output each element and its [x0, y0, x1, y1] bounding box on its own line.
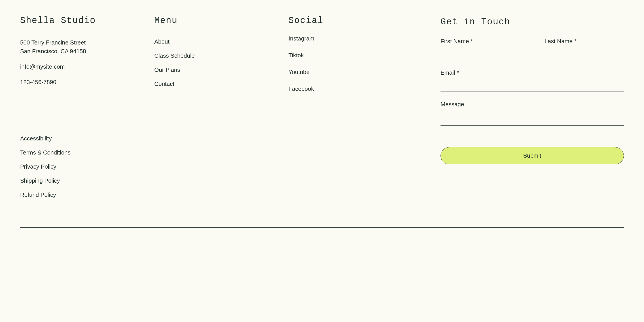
contact-block: info@mysite.com 123-456-7890	[20, 62, 154, 93]
small-divider	[20, 111, 34, 111]
menu-list: About Class Schedule Our Plans Contact	[154, 38, 288, 88]
form-row-names: First Name * Last Name *	[440, 38, 624, 60]
message-field-container: Message	[440, 101, 624, 126]
social-link-youtube[interactable]: Youtube	[288, 69, 358, 76]
phone-link[interactable]: 123-456-7890	[20, 78, 154, 86]
email-link[interactable]: info@mysite.com	[20, 62, 154, 71]
address-line-1: 500 Terry Francine Street	[20, 38, 154, 47]
social-link-facebook[interactable]: Facebook	[288, 86, 358, 92]
social-link-instagram[interactable]: Instagram	[288, 35, 358, 42]
menu-link-about[interactable]: About	[154, 38, 288, 45]
policy-link-refund[interactable]: Refund Policy	[20, 192, 154, 198]
menu-link-plans[interactable]: Our Plans	[154, 66, 288, 73]
brand-name: Shella Studio	[20, 16, 154, 26]
first-name-input[interactable]	[440, 49, 520, 60]
social-list: Instagram Tiktok Youtube Facebook	[288, 35, 358, 92]
message-input[interactable]	[440, 112, 624, 126]
menu-column: Menu About Class Schedule Our Plans Cont…	[154, 16, 288, 198]
menu-link-schedule[interactable]: Class Schedule	[154, 52, 288, 59]
address-line-2: San Francisco, CA 94158	[20, 47, 154, 56]
social-column: Social Instagram Tiktok Youtube Facebook	[288, 16, 371, 198]
address-block: 500 Terry Francine Street San Francisco,…	[20, 38, 154, 56]
email-field-container: Email *	[440, 69, 624, 92]
email-input[interactable]	[440, 80, 624, 92]
policy-link-shipping[interactable]: Shipping Policy	[20, 177, 154, 184]
social-heading: Social	[288, 16, 358, 26]
message-label: Message	[440, 101, 624, 108]
policy-link-terms[interactable]: Terms & Conditions	[20, 149, 154, 156]
first-name-label: First Name *	[440, 38, 520, 45]
email-label: Email *	[440, 69, 624, 76]
form-heading: Get in Touch	[440, 17, 624, 27]
policies-list: Accessibility Terms & Conditions Privacy…	[20, 135, 154, 198]
policy-link-accessibility[interactable]: Accessibility	[20, 135, 154, 142]
footer-container: Shella Studio 500 Terry Francine Street …	[20, 16, 624, 228]
last-name-input[interactable]	[544, 49, 624, 60]
submit-button[interactable]: Submit	[440, 147, 624, 164]
menu-heading: Menu	[154, 16, 288, 26]
policy-link-privacy[interactable]: Privacy Policy	[20, 163, 154, 170]
last-name-label: Last Name *	[544, 38, 624, 45]
last-name-field: Last Name *	[544, 38, 624, 60]
first-name-field: First Name *	[440, 38, 520, 60]
menu-link-contact[interactable]: Contact	[154, 80, 288, 88]
social-link-tiktok[interactable]: Tiktok	[288, 52, 358, 59]
contact-form-column: Get in Touch First Name * Last Name * Em…	[371, 16, 624, 198]
brand-column: Shella Studio 500 Terry Francine Street …	[20, 16, 154, 198]
